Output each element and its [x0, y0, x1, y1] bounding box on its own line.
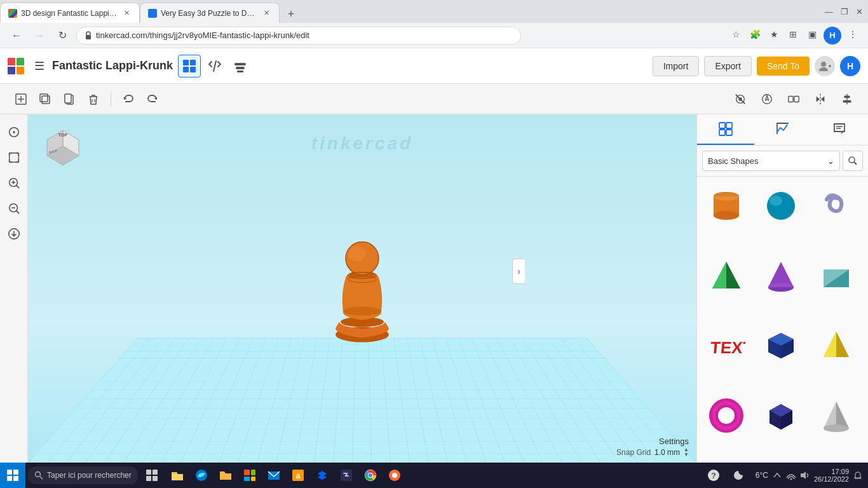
taskbar-mail[interactable]: [262, 464, 285, 487]
star-icon[interactable]: ★: [766, 27, 782, 42]
taskbar-chrome[interactable]: [359, 464, 382, 487]
start-button[interactable]: [0, 463, 25, 488]
copy-button[interactable]: [58, 88, 80, 110]
tab-title-inactive: Very Easy 3d Puzzle to Do DIY B...: [161, 9, 257, 18]
svg-rect-31: [844, 95, 850, 98]
taskbar-moon[interactable]: [729, 464, 752, 487]
taskbar-apps: a: [166, 464, 406, 487]
right-panel-toggle[interactable]: ›: [512, 259, 525, 284]
shape-category-select[interactable]: Basic Shapes ⌄: [702, 151, 840, 171]
taskbar-store[interactable]: [238, 464, 261, 487]
profile-avatar[interactable]: H: [824, 27, 841, 44]
blocks-view-button[interactable]: [229, 55, 252, 78]
shape-cone-purple[interactable]: [756, 250, 806, 301]
tinkercad-logo: [8, 58, 24, 74]
svg-text:TOP: TOP: [58, 133, 68, 137]
svg-rect-68: [719, 130, 725, 135]
shape-box-blue[interactable]: [756, 320, 806, 371]
shape-sphere[interactable]: [756, 180, 806, 231]
send-to-button[interactable]: Send To: [757, 57, 810, 76]
shape-pyramid-yellow[interactable]: [811, 320, 862, 371]
task-view-button[interactable]: [140, 464, 163, 487]
svg-rect-0: [86, 35, 91, 39]
url-bar[interactable]: tinkercad.com/things/jj2rv8yoMIE-fantast…: [76, 27, 521, 44]
measurements-panel-button[interactable]: [754, 114, 811, 145]
close-button[interactable]: ✕: [856, 7, 863, 17]
fit-view-button[interactable]: [4, 147, 24, 168]
taskbar-app7[interactable]: [335, 464, 358, 487]
taskbar-search-text: Taper ici pour rechercher: [47, 471, 132, 480]
export-button[interactable]: Export: [704, 56, 751, 76]
tab-close-active[interactable]: ✕: [121, 8, 132, 18]
shape-scribble[interactable]: [811, 180, 862, 231]
shapes-panel-button[interactable]: [697, 114, 754, 145]
download-button[interactable]: [4, 224, 24, 244]
shape-cylinder[interactable]: [701, 180, 752, 231]
canvas-bottom-info: Settings Snap Grid 1.0 mm ▲ ▼: [616, 437, 689, 458]
taskbar-amazon[interactable]: a: [287, 464, 309, 487]
new-shape-button[interactable]: [10, 88, 32, 110]
extensions-icon[interactable]: 🧩: [747, 27, 763, 42]
taskbar-clock[interactable]: 17:09 26/12/2022: [814, 468, 849, 483]
menu-icon[interactable]: ☰: [34, 59, 44, 73]
minimize-button[interactable]: —: [825, 7, 833, 17]
duplicate-button[interactable]: [34, 88, 56, 110]
logo-n: [8, 67, 15, 74]
shape-pyramid-green[interactable]: [701, 250, 752, 301]
delete-button[interactable]: [83, 88, 104, 110]
user-avatar[interactable]: H: [840, 56, 860, 76]
taskbar-app9[interactable]: [383, 464, 406, 487]
forward-button[interactable]: →: [31, 27, 48, 44]
notes-button[interactable]: [756, 88, 778, 110]
chess-pawn[interactable]: [324, 223, 400, 353]
bookmark-icon[interactable]: ☆: [728, 27, 743, 42]
code-view-button[interactable]: [203, 55, 226, 78]
shape-torus-pink[interactable]: [701, 390, 752, 441]
shape-cone-gray[interactable]: [811, 390, 862, 441]
taskbar-folder[interactable]: [214, 464, 237, 487]
svg-rect-15: [40, 94, 48, 102]
svg-marker-28: [817, 96, 820, 102]
sidebar-toggle[interactable]: ▣: [804, 27, 820, 42]
shape-text[interactable]: TEXT: [701, 320, 752, 371]
menu-button[interactable]: ⋮: [845, 27, 860, 42]
back-button[interactable]: ←: [8, 27, 25, 44]
search-shapes-button[interactable]: [843, 151, 863, 171]
shape-box-dark[interactable]: [756, 390, 806, 441]
taskbar-search-bar[interactable]: Taper ici pour rechercher: [28, 466, 138, 484]
tab-active[interactable]: 3D design Fantastic Lappi-Krunk ✕: [0, 3, 140, 23]
undo-button[interactable]: [118, 88, 139, 110]
view-cube[interactable]: TOP BACK: [41, 127, 85, 172]
align-button[interactable]: [836, 88, 858, 110]
maximize-button[interactable]: ❐: [841, 7, 848, 17]
mirror-button[interactable]: [810, 88, 831, 110]
new-tab-button[interactable]: +: [282, 5, 300, 23]
settings-label[interactable]: Settings: [659, 437, 689, 446]
group-button[interactable]: [783, 88, 804, 110]
shape-wedge-teal[interactable]: [811, 250, 862, 301]
zoom-in-button[interactable]: [4, 173, 24, 193]
snap-arrows[interactable]: ▲ ▼: [684, 447, 689, 458]
snap-grid-row: Snap Grid 1.0 mm ▲ ▼: [616, 447, 689, 458]
hide-button[interactable]: [729, 88, 751, 110]
puzzle-icon[interactable]: ⊞: [785, 27, 801, 42]
windows-logo: [7, 470, 18, 481]
gallery-view-button[interactable]: [178, 55, 201, 78]
taskbar-file-explorer[interactable]: [166, 464, 189, 487]
snap-grid-label: Snap Grid: [616, 448, 651, 457]
window-controls: — ❐ ✕: [820, 0, 868, 23]
zoom-out-button[interactable]: [4, 198, 24, 219]
taskbar-edge[interactable]: [190, 464, 213, 487]
svg-marker-95: [836, 332, 849, 357]
redo-button[interactable]: [142, 88, 163, 110]
volume-icon: [800, 470, 810, 480]
notes-panel-button[interactable]: [811, 114, 868, 145]
import-button[interactable]: Import: [653, 56, 700, 76]
home-view-button[interactable]: [4, 122, 24, 142]
tab-close-inactive[interactable]: ✕: [261, 8, 271, 18]
tab-inactive[interactable]: Very Easy 3d Puzzle to Do DIY B... ✕: [140, 3, 280, 23]
taskbar-help[interactable]: ?: [702, 464, 725, 487]
refresh-button[interactable]: ↻: [53, 27, 71, 44]
taskbar-dropbox[interactable]: [311, 464, 334, 487]
user-add-icon[interactable]: [815, 56, 835, 76]
